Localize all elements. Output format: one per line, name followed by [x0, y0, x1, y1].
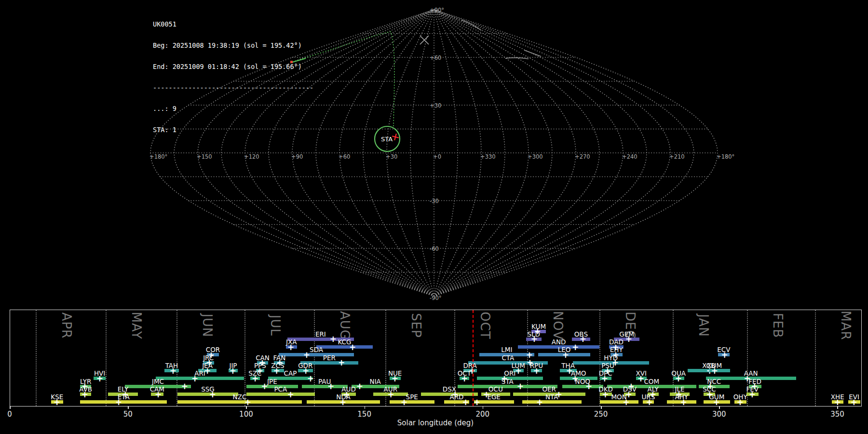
ecliptic-longitude-label: +0 — [433, 153, 441, 160]
sta-count: STA: 1 — [153, 126, 313, 134]
shower-peak-marker: + — [327, 382, 334, 391]
month-gridline — [815, 310, 816, 406]
shower-bar-eta — [80, 400, 167, 404]
shower-label: CAP — [284, 370, 297, 377]
grid-meridian — [434, 10, 529, 296]
ecliptic-longitude-label: +240 — [622, 153, 637, 160]
shower-label: CTA — [502, 355, 514, 361]
axis-tick — [365, 406, 366, 409]
ecliptic-latitude-label: -90° — [430, 295, 442, 301]
axis-tick-label: 100 — [239, 410, 253, 419]
shower-activity-chart: APRMAYJUNJULAUGSEPOCTNOVDECJANFEBMARKUM+… — [10, 310, 862, 407]
axis-tick — [601, 406, 602, 409]
shower-peak-marker: + — [230, 366, 236, 375]
shower-peak-marker: + — [287, 390, 294, 398]
shower-label: NIA — [370, 379, 381, 385]
shower-label: ARD — [449, 394, 463, 400]
month-gridline — [314, 310, 315, 406]
shower-peak-marker: + — [338, 359, 345, 367]
ecliptic-latitude-label: +90° — [430, 7, 444, 14]
shower-bar-ari — [156, 377, 244, 380]
axis-tick-label: 50 — [123, 410, 133, 419]
shower-peak-marker: + — [737, 398, 744, 406]
shower-peak-marker: + — [461, 374, 468, 382]
month-label: FEB — [771, 313, 785, 338]
ecliptic-longitude-label: +30 — [386, 153, 397, 160]
shower-peak-marker: + — [585, 382, 592, 391]
month-gridline — [244, 310, 245, 406]
shower-bar-nzc — [177, 400, 301, 404]
month-label: OCT — [478, 312, 492, 339]
month-label: SEP — [409, 313, 423, 338]
shower-peak-marker: + — [646, 398, 652, 406]
radiant-analysis-screen: { "header": { "station_id": "UK0051", "b… — [0, 0, 868, 434]
month-label: JUN — [200, 313, 215, 337]
axis-tick-label: 200 — [476, 410, 490, 419]
shower-label: AND — [552, 339, 566, 345]
shower-peak-marker: + — [462, 398, 469, 406]
shower-peak-marker: + — [81, 390, 88, 398]
shower-peak-marker: + — [637, 374, 644, 382]
shower-label: PER — [323, 355, 336, 361]
shower-label: JPE — [267, 379, 277, 385]
shower-label: ERI — [315, 331, 326, 338]
shower-peak-marker: + — [531, 335, 538, 343]
shower-peak-marker: + — [252, 374, 258, 382]
shower-label: JMC — [152, 379, 164, 385]
shower-bar-mon — [600, 400, 638, 404]
shower-peak-marker: + — [851, 398, 857, 406]
ecliptic-latitude-label: -60 — [430, 245, 439, 252]
axis-tick-label: 300 — [712, 410, 726, 419]
shower-peak-marker: + — [601, 374, 608, 382]
station-id: UK0051 — [153, 21, 313, 28]
shower-peak-marker: + — [209, 390, 216, 398]
radiant-label: STA — [381, 136, 393, 143]
shower-peak-marker: + — [749, 390, 756, 398]
month-label: JUL — [268, 315, 283, 336]
ecliptic-longitude-label: +120 — [244, 153, 259, 160]
shower-peak-marker: + — [191, 374, 198, 382]
month-label: APR — [59, 312, 74, 339]
shower-peak-marker: + — [517, 382, 524, 391]
shower-bar-kcg — [316, 345, 373, 349]
meteor-trail — [462, 20, 481, 30]
shower-peak-marker: + — [721, 351, 728, 359]
shower-label: PCA — [274, 386, 287, 393]
axis-tick — [719, 406, 720, 409]
session-info: UK0051 Beg: 20251008 19:38:19 (sol = 195… — [153, 7, 313, 140]
ecliptic-longitude-label: +330 — [480, 153, 496, 160]
shower-label: LMI — [501, 347, 512, 353]
shower-peak-marker: + — [625, 335, 632, 343]
shower-bar-pca — [246, 393, 315, 396]
ecliptic-longitude-label: +270 — [575, 153, 590, 160]
separator: ----------------------------------------… — [153, 84, 313, 92]
shower-peak-marker: + — [562, 351, 569, 359]
meteor-trail — [505, 58, 529, 59]
shower-peak-marker: + — [474, 398, 480, 406]
axis-title: Solar longitude (deg) — [397, 419, 474, 427]
axis-tick — [246, 406, 247, 409]
shower-peak-marker: + — [307, 374, 314, 382]
shower-peak-marker: + — [536, 398, 543, 406]
shower-peak-marker: + — [96, 374, 103, 382]
month-gridline — [106, 310, 107, 406]
ecliptic-latitude-label: +30 — [430, 102, 441, 109]
meteor-trail — [524, 50, 541, 56]
shower-label: OER — [542, 386, 556, 393]
shower-peak-marker: + — [244, 398, 251, 406]
axis-tick-label: 0 — [7, 410, 12, 419]
shower-bar-noo — [562, 385, 603, 388]
shower-peak-marker: + — [515, 366, 522, 375]
axis-tick — [483, 406, 484, 409]
shower-label: EGE — [487, 394, 501, 400]
month-gridline — [673, 310, 674, 406]
session-end: End: 20251009 01:18:42 (sol = 195.66°) — [153, 63, 313, 70]
ecliptic-longitude-label: +90 — [291, 153, 303, 160]
ecliptic-longitude-label: +210 — [669, 153, 685, 160]
shower-peak-marker: + — [711, 366, 718, 375]
sky-map: +180°+150+120+90+60+30+0+330+300+270+240… — [0, 0, 868, 309]
month-label: MAY — [129, 312, 144, 339]
shower-peak-marker: + — [330, 335, 337, 343]
shower-peak-marker: + — [680, 398, 687, 406]
shower-peak-marker: + — [54, 398, 60, 406]
